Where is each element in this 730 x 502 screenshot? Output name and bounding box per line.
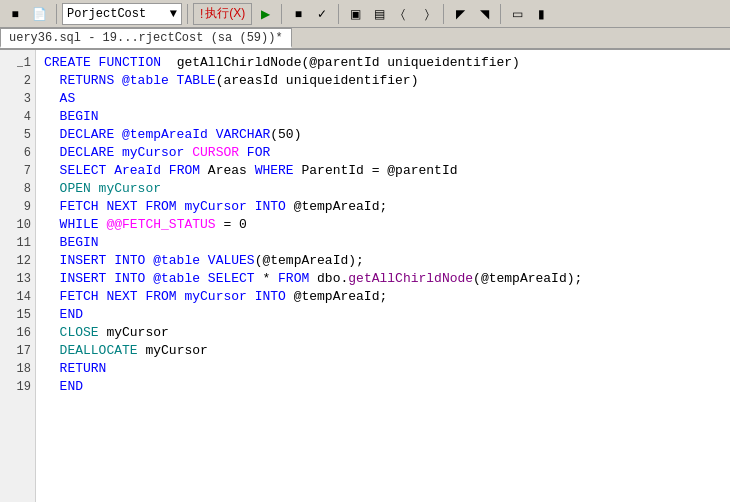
code-token: (@tempAreaId);: [255, 252, 364, 270]
code-token: CREATE FUNCTION: [44, 54, 161, 72]
code-token: getAllChirldNode: [177, 54, 302, 72]
code-token: CURSOR: [192, 144, 239, 162]
toolbar-btn-9[interactable]: ◤: [449, 3, 471, 25]
database-dropdown-label: PorjectCost: [67, 7, 146, 21]
code-line-15: END: [44, 306, 722, 324]
code-token: AS: [44, 90, 75, 108]
code-token: VARCHAR: [216, 126, 271, 144]
code-token: [161, 54, 177, 72]
code-token: WHILE: [44, 216, 106, 234]
toolbar-btn-8[interactable]: 〉: [416, 3, 438, 25]
code-token: BEGIN: [44, 108, 99, 126]
toolbar-separator-1: [56, 4, 57, 24]
line-numbers: ⎯12345678910111213141516171819: [0, 50, 36, 502]
execute-label: 执行(X): [205, 5, 245, 22]
code-token: BEGIN: [44, 234, 99, 252]
code-token: Areas: [200, 162, 255, 180]
toolbar-btn-6[interactable]: ▤: [368, 3, 390, 25]
line-number-12: 12: [0, 252, 35, 270]
code-token: SELECT: [208, 270, 255, 288]
line-number-13: 13: [0, 270, 35, 288]
code-token: FETCH NEXT FROM myCursor: [44, 288, 255, 306]
collapse-icon: ⎯: [17, 54, 23, 72]
line-number-11: 11: [0, 234, 35, 252]
code-line-19: END: [44, 378, 722, 396]
code-line-2: RETURNS @table TABLE(areasId uniqueident…: [44, 72, 722, 90]
code-token: FROM: [169, 162, 200, 180]
toolbar-separator-2: [187, 4, 188, 24]
code-token: OPEN myCursor: [44, 180, 161, 198]
toolbar-btn-1[interactable]: ■: [4, 3, 26, 25]
code-token: @tempAreaId;: [286, 288, 387, 306]
line-number-8: 8: [0, 180, 35, 198]
line-number-18: 18: [0, 360, 35, 378]
code-line-6: DECLARE myCursor CURSOR FOR: [44, 144, 722, 162]
execute-button[interactable]: ! 执行(X): [193, 3, 252, 25]
code-token: (50): [270, 126, 301, 144]
code-token: @@FETCH_STATUS: [106, 216, 215, 234]
code-line-3: AS: [44, 90, 722, 108]
toolbar-btn-5[interactable]: ▣: [344, 3, 366, 25]
line-number-19: 19: [0, 378, 35, 396]
code-token: (@parentId uniqueidentifier): [301, 54, 519, 72]
code-token: = 0: [216, 216, 247, 234]
code-token: getAllChirldNode: [348, 270, 473, 288]
code-token: FETCH NEXT FROM myCursor: [44, 198, 255, 216]
line-number-17: 17: [0, 342, 35, 360]
code-token: INSERT INTO @table: [44, 252, 208, 270]
tab-label: uery36.sql - 19...rjectCost (sa (59))*: [9, 31, 283, 45]
toolbar-separator-5: [443, 4, 444, 24]
toolbar-btn-12[interactable]: ▮: [530, 3, 552, 25]
toolbar-btn-11[interactable]: ▭: [506, 3, 528, 25]
code-token: FOR: [239, 144, 270, 162]
code-line-12: INSERT INTO @table VALUES(@tempAreaId);: [44, 252, 722, 270]
line-number-15: 15: [0, 306, 35, 324]
code-token: RETURN: [44, 360, 106, 378]
code-token: @tempAreaId;: [286, 198, 387, 216]
line-number-4: 4: [0, 108, 35, 126]
line-number-1: ⎯1: [0, 54, 35, 72]
code-token: myCursor: [138, 342, 208, 360]
toolbar: ■ 📄 PorjectCost ▼ ! 执行(X) ▶ ■ ✓ ▣ ▤ 〈 〉 …: [0, 0, 730, 28]
code-token: FROM: [278, 270, 309, 288]
code-token: VALUES: [208, 252, 255, 270]
code-token: INTO: [255, 288, 286, 306]
toolbar-btn-4[interactable]: ✓: [311, 3, 333, 25]
code-token: END: [44, 306, 83, 324]
run-icon-btn[interactable]: ▶: [254, 3, 276, 25]
line-number-7: 7: [0, 162, 35, 180]
code-token: RETURNS @table TABLE: [44, 72, 216, 90]
line-number-16: 16: [0, 324, 35, 342]
code-token: (@tempAreaId);: [473, 270, 582, 288]
line-number-9: 9: [0, 198, 35, 216]
code-line-18: RETURN: [44, 360, 722, 378]
line-number-3: 3: [0, 90, 35, 108]
toolbar-btn-10[interactable]: ◥: [473, 3, 495, 25]
code-editor: ⎯12345678910111213141516171819 CREATE FU…: [0, 50, 730, 502]
toolbar-separator-6: [500, 4, 501, 24]
code-line-9: FETCH NEXT FROM myCursor INTO @tempAreaI…: [44, 198, 722, 216]
line-number-5: 5: [0, 126, 35, 144]
code-token: DECLARE myCursor: [44, 144, 192, 162]
code-token: myCursor: [99, 324, 169, 342]
database-dropdown[interactable]: PorjectCost ▼: [62, 3, 182, 25]
toolbar-btn-2[interactable]: 📄: [28, 3, 51, 25]
toolbar-separator-3: [281, 4, 282, 24]
code-token: INTO: [255, 198, 286, 216]
query-tab[interactable]: uery36.sql - 19...rjectCost (sa (59))*: [0, 28, 292, 48]
code-line-14: FETCH NEXT FROM myCursor INTO @tempAreaI…: [44, 288, 722, 306]
code-token: dbo.: [309, 270, 348, 288]
code-line-10: WHILE @@FETCH_STATUS = 0: [44, 216, 722, 234]
code-line-17: DEALLOCATE myCursor: [44, 342, 722, 360]
toolbar-btn-3[interactable]: ■: [287, 3, 309, 25]
line-number-6: 6: [0, 144, 35, 162]
code-line-5: DECLARE @tempAreaId VARCHAR(50): [44, 126, 722, 144]
code-token: END: [44, 378, 83, 396]
toolbar-btn-7[interactable]: 〈: [392, 3, 414, 25]
code-token: DEALLOCATE: [44, 342, 138, 360]
code-area[interactable]: CREATE FUNCTION getAllChirldNode(@parent…: [36, 50, 730, 502]
code-line-11: BEGIN: [44, 234, 722, 252]
code-token: DECLARE @tempAreaId: [44, 126, 216, 144]
code-line-7: SELECT AreaId FROM Areas WHERE ParentId …: [44, 162, 722, 180]
code-token: (areasId uniqueidentifier): [216, 72, 419, 90]
